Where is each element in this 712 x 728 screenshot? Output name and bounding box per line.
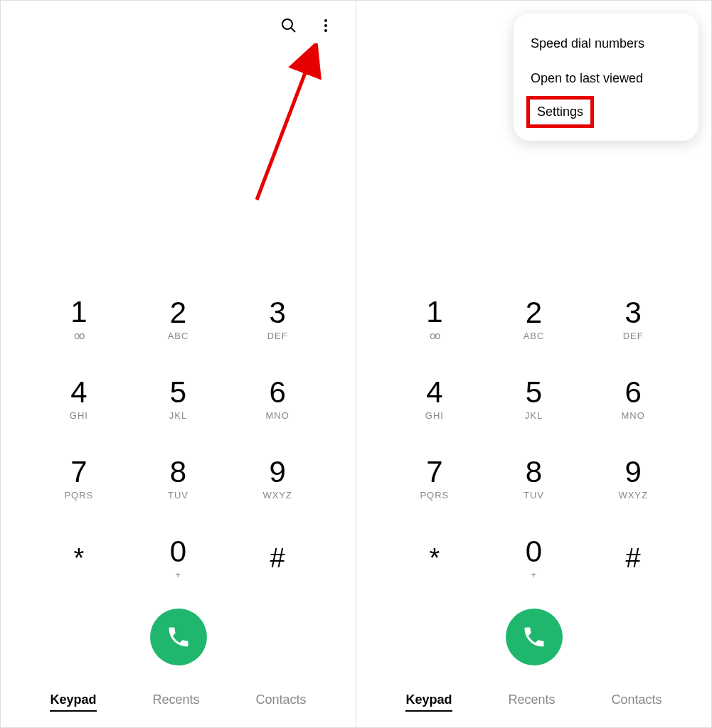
svg-point-4 [324, 29, 327, 32]
phone-icon [166, 624, 191, 650]
bottom-nav: Keypad Recents Contacts [1, 680, 356, 727]
screen-right: Speed dial numbers Open to last viewed S… [356, 1, 711, 727]
key-3[interactable]: 3DEF [583, 294, 683, 345]
menu-item-open-last[interactable]: Open to last viewed [514, 61, 698, 96]
key-7[interactable]: 7PQRS [29, 453, 129, 504]
search-icon[interactable] [280, 17, 297, 34]
svg-point-0 [282, 19, 292, 29]
key-2[interactable]: 2ABC [484, 294, 584, 345]
topbar [1, 1, 356, 50]
more-icon[interactable] [317, 17, 334, 34]
tab-keypad[interactable]: Keypad [405, 690, 452, 712]
key-star[interactable]: * [385, 532, 484, 584]
call-button[interactable] [506, 609, 563, 665]
svg-point-3 [324, 24, 327, 27]
menu-item-speed-dial[interactable]: Speed dial numbers [514, 26, 698, 61]
menu-popup: Speed dial numbers Open to last viewed S… [514, 14, 698, 141]
content-area: 1ᴏᴏ 2ABC 3DEF 4GHI 5JKL 6MNO 7PQRS 8TUV … [356, 50, 711, 680]
content-area: 1ᴏᴏ 2ABC 3DEF 4GHI 5JKL 6MNO 7PQRS 8TUV … [1, 50, 356, 680]
key-0[interactable]: 0+ [484, 532, 584, 584]
key-9[interactable]: 9WXYZ [228, 453, 327, 504]
tab-contacts[interactable]: Contacts [611, 690, 661, 712]
key-0[interactable]: 0+ [129, 532, 228, 584]
key-6[interactable]: 6MNO [583, 373, 683, 424]
tab-keypad[interactable]: Keypad [50, 690, 96, 712]
key-4[interactable]: 4GHI [385, 373, 484, 424]
key-6[interactable]: 6MNO [228, 373, 327, 424]
tab-recents[interactable]: Recents [152, 690, 199, 712]
key-8[interactable]: 8TUV [484, 453, 584, 504]
menu-item-settings[interactable]: Settings [526, 96, 594, 128]
svg-point-2 [324, 19, 327, 22]
key-3[interactable]: 3DEF [228, 294, 327, 345]
key-9[interactable]: 9WXYZ [583, 453, 683, 504]
key-5[interactable]: 5JKL [129, 373, 228, 424]
key-1[interactable]: 1ᴏᴏ [29, 294, 129, 345]
key-5[interactable]: 5JKL [484, 373, 584, 424]
keypad: 1ᴏᴏ 2ABC 3DEF 4GHI 5JKL 6MNO 7PQRS 8TUV … [356, 294, 711, 584]
bottom-nav: Keypad Recents Contacts [356, 680, 711, 727]
call-button[interactable] [150, 609, 207, 665]
key-1[interactable]: 1ᴏᴏ [385, 294, 484, 345]
phone-icon [521, 624, 547, 650]
key-hash[interactable]: # [228, 532, 327, 584]
key-2[interactable]: 2ABC [129, 294, 228, 345]
svg-line-1 [291, 28, 295, 32]
key-hash[interactable]: # [583, 532, 683, 584]
key-4[interactable]: 4GHI [29, 373, 129, 424]
tab-contacts[interactable]: Contacts [255, 690, 306, 712]
key-8[interactable]: 8TUV [129, 453, 228, 504]
screen-left: 1ᴏᴏ 2ABC 3DEF 4GHI 5JKL 6MNO 7PQRS 8TUV … [1, 1, 356, 727]
tab-recents[interactable]: Recents [508, 690, 555, 712]
key-star[interactable]: * [29, 532, 129, 584]
keypad: 1ᴏᴏ 2ABC 3DEF 4GHI 5JKL 6MNO 7PQRS 8TUV … [1, 294, 356, 584]
key-7[interactable]: 7PQRS [385, 453, 484, 504]
